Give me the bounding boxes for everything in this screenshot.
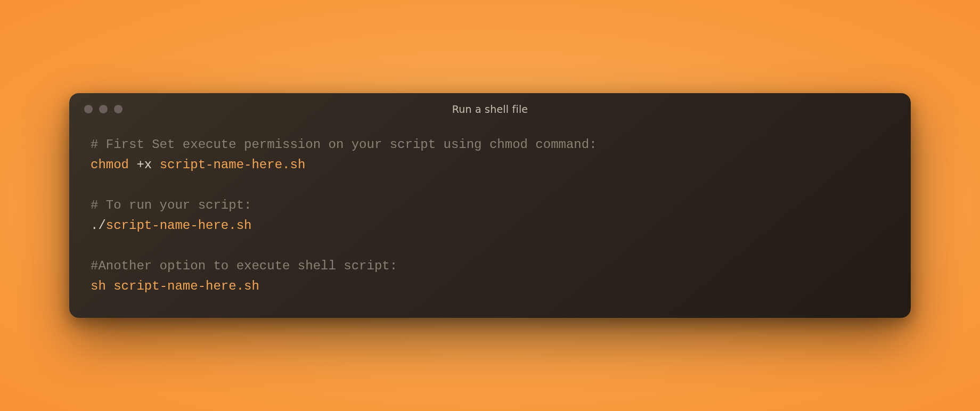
window-title: Run a shell file bbox=[452, 103, 528, 115]
traffic-lights bbox=[84, 105, 123, 113]
code-comment: #Another option to execute shell script: bbox=[91, 259, 397, 273]
code-space bbox=[106, 279, 113, 293]
titlebar: Run a shell file bbox=[69, 93, 911, 125]
code-path: script-name-here.sh bbox=[160, 158, 306, 172]
code-punct: ./ bbox=[91, 218, 106, 233]
code-comment: # First Set execute permission on your s… bbox=[91, 137, 597, 152]
code-command: chmod bbox=[91, 158, 129, 172]
code-path: script-name-here.sh bbox=[106, 218, 252, 233]
code-argument: x bbox=[144, 158, 160, 172]
code-operator: + bbox=[129, 158, 144, 172]
code-comment: # To run your script: bbox=[91, 198, 251, 212]
minimize-icon[interactable] bbox=[99, 105, 108, 113]
code-command: sh bbox=[91, 279, 106, 293]
zoom-icon[interactable] bbox=[114, 105, 123, 113]
close-icon[interactable] bbox=[84, 105, 93, 113]
code-block: # First Set execute permission on your s… bbox=[69, 125, 911, 297]
terminal-window: Run a shell file # First Set execute per… bbox=[69, 93, 911, 318]
code-path: script-name-here.sh bbox=[113, 279, 259, 293]
